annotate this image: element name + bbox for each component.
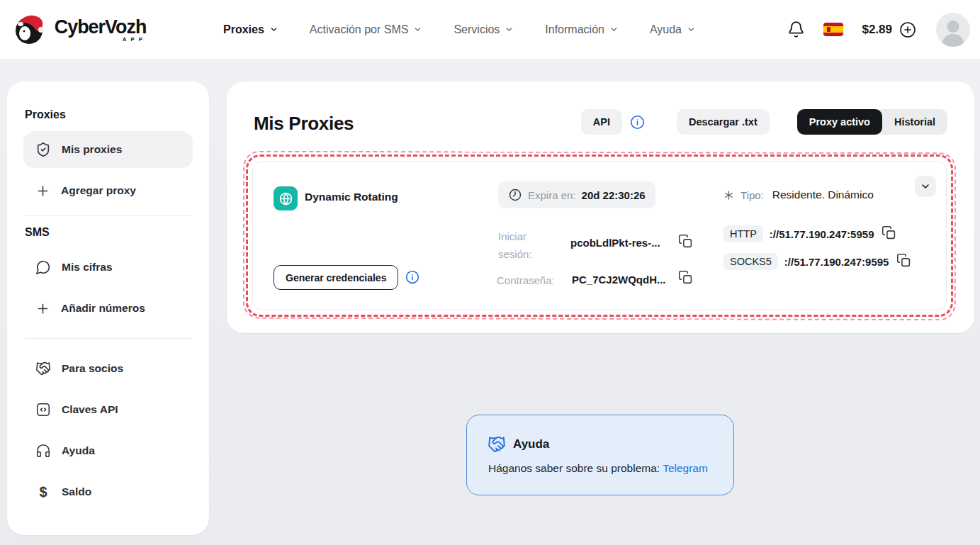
help-card: Ayuda Háganos saber sobre su problema: T… <box>466 415 734 495</box>
type-value: Residente. Dinámico <box>772 189 874 201</box>
flag-stripe <box>823 33 843 36</box>
page: CyberVozh APP Proxies Activación por SMS… <box>0 0 980 545</box>
brand-logo[interactable]: CyberVozh APP <box>13 11 148 47</box>
sidebar-item-para-socios[interactable]: Para socios <box>23 350 193 387</box>
nav-proxies[interactable]: Proxies <box>223 23 278 36</box>
top-bar: CyberVozh APP Proxies Activación por SMS… <box>0 0 980 59</box>
sidebar-item-agregar-proxy[interactable]: Agregar proxy <box>23 172 193 209</box>
sidebar: Proxies Mis proxies Agregar proxy SMS Mi… <box>7 82 209 535</box>
nav-information-label: Información <box>545 23 604 36</box>
proxy-globe-icon <box>274 186 298 210</box>
plus-icon <box>35 184 50 198</box>
copy-icon <box>678 270 693 285</box>
brand-name: CyberVozh <box>55 16 147 38</box>
download-txt-button[interactable]: Descargar .txt <box>677 109 770 135</box>
chat-bubble-icon <box>35 259 51 275</box>
sidebar-item-label: Añadir números <box>61 302 145 315</box>
avatar-silhouette <box>947 21 959 33</box>
expiry-badge: Expira en: 20d 22:30:26 <box>498 181 655 208</box>
chevron-down-icon <box>505 25 514 34</box>
flag-emblem <box>827 27 830 32</box>
password-value: PC_7CJ2WQqdH... <box>572 274 666 286</box>
sidebar-item-label: Agregar proxy <box>61 184 136 197</box>
chevron-down-icon <box>269 25 278 34</box>
telegram-link[interactable]: Telegram <box>663 462 708 474</box>
chevron-down-icon <box>413 25 422 34</box>
copy-icon <box>896 253 911 268</box>
sidebar-item-label: Mis cifras <box>62 261 113 274</box>
sidebar-item-ayuda[interactable]: Ayuda <box>23 432 193 469</box>
help-title: Ayuda <box>513 437 549 451</box>
api-button[interactable]: API <box>581 109 622 135</box>
proxy-name: Dynamic Rotating <box>305 191 398 203</box>
shield-check-icon <box>35 142 51 157</box>
api-info-icon[interactable] <box>630 115 645 130</box>
sidebar-heading-sms: SMS <box>23 226 193 239</box>
copy-icon <box>882 225 896 240</box>
proxy-type-row: Tipo: Residente. Dinámico <box>723 189 874 201</box>
top-up-balance-icon[interactable] <box>899 21 916 38</box>
nav-help[interactable]: Ayuda <box>650 23 696 36</box>
socks-endpoint-row: SOCKS5 ://51.77.190.247:9595 <box>723 253 911 270</box>
copy-icon <box>678 234 693 249</box>
sidebar-item-label: Saldo <box>62 485 91 498</box>
balance-amount[interactable]: $2.89 <box>862 23 892 37</box>
sidebar-item-label: Claves API <box>62 403 118 416</box>
nav-help-label: Ayuda <box>650 23 682 36</box>
copy-socks-button[interactable] <box>896 253 911 268</box>
generate-credentials-button[interactable]: Generar credenciales <box>274 265 398 290</box>
handshake-icon <box>35 361 51 376</box>
chevron-down-icon <box>920 181 931 192</box>
socks-endpoint-value: ://51.77.190.247:9595 <box>784 256 889 268</box>
user-avatar[interactable] <box>936 13 970 47</box>
highlight-annotation: Dynamic Rotating Expira en: 20d 22:30:26… <box>246 154 953 317</box>
sidebar-item-anadir-numeros[interactable]: Añadir números <box>23 290 193 327</box>
http-protocol-tag: HTTP <box>723 225 763 242</box>
tab-historial[interactable]: Historial <box>882 109 947 135</box>
sidebar-divider <box>25 338 191 339</box>
proxy-tabs: Proxy activo Historial <box>797 109 947 135</box>
tab-proxy-activo[interactable]: Proxy activo <box>797 109 882 135</box>
http-endpoint-row: HTTP ://51.77.190.247:5959 <box>723 225 896 242</box>
copy-login-button[interactable] <box>678 234 693 249</box>
sidebar-item-mis-cifras[interactable]: Mis cifras <box>23 249 193 286</box>
language-flag-spain[interactable] <box>823 23 843 36</box>
main-nav: Proxies Activación por SMS Servicios Inf… <box>223 0 696 59</box>
page-title: Mis Proxies <box>254 113 354 135</box>
nav-information[interactable]: Información <box>545 23 619 36</box>
nav-sms-activation[interactable]: Activación por SMS <box>310 23 423 36</box>
help-message: Háganos saber sobre su problema: <box>488 462 663 474</box>
handshake-icon <box>488 435 506 454</box>
type-label: Tipo: <box>740 189 764 201</box>
brand-mascot-icon <box>13 11 47 47</box>
sidebar-item-mis-proxies[interactable]: Mis proxies <box>23 131 193 168</box>
generate-info-icon[interactable] <box>405 270 419 284</box>
plus-icon <box>35 301 50 316</box>
flag-stripe <box>823 26 843 33</box>
sidebar-divider <box>25 215 191 216</box>
sidebar-item-label: Mis proxies <box>62 143 122 156</box>
notifications-bell-icon[interactable] <box>787 21 805 38</box>
main-panel: Mis Proxies API Descargar .txt Proxy act… <box>227 82 974 333</box>
copy-http-button[interactable] <box>882 225 896 240</box>
proxy-card: Dynamic Rotating Expira en: 20d 22:30:26… <box>252 161 947 310</box>
brand-text: CyberVozh APP <box>52 16 148 43</box>
nav-proxies-label: Proxies <box>223 23 264 36</box>
panel-actions: API Descargar .txt Proxy activo Historia… <box>581 109 947 135</box>
sidebar-item-claves-api[interactable]: Claves API <box>23 391 193 428</box>
sidebar-heading-proxies: Proxies <box>23 108 193 121</box>
help-text: Háganos saber sobre su problema: Telegra… <box>488 462 708 475</box>
sidebar-item-label: Ayuda <box>62 444 95 457</box>
expiry-value: 20d 22:30:26 <box>582 189 646 201</box>
sidebar-item-saldo[interactable]: $ Saldo <box>23 473 193 510</box>
login-label: Iniciar sesión: <box>498 227 549 263</box>
expand-proxy-button[interactable] <box>915 176 936 197</box>
http-endpoint-value: ://51.77.190.247:5959 <box>770 228 874 240</box>
chevron-down-icon <box>609 25 619 34</box>
nav-services[interactable]: Servicios <box>454 23 514 36</box>
nav-services-label: Servicios <box>454 23 500 36</box>
password-label: Contraseña: <box>497 274 555 286</box>
headphones-icon <box>35 443 51 459</box>
copy-password-button[interactable] <box>678 270 693 285</box>
login-value: pcobLdlPkt-res-... <box>570 237 660 249</box>
